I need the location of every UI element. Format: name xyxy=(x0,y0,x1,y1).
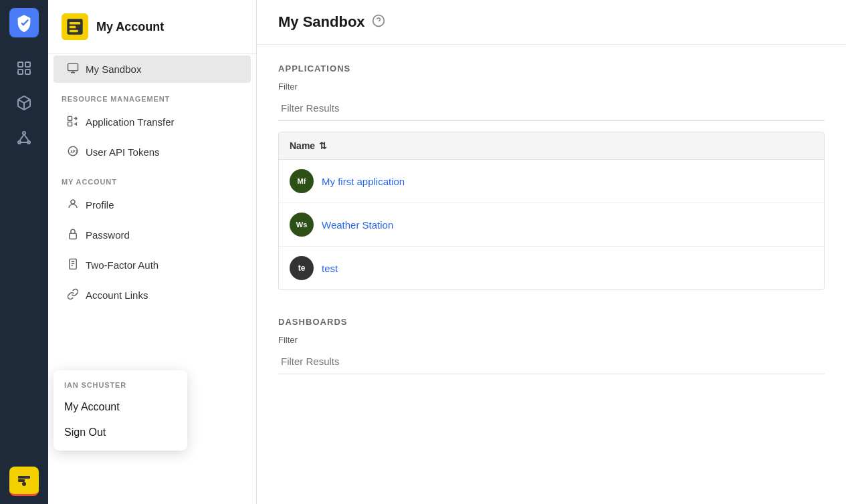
sandbox-icon xyxy=(67,62,79,76)
app-avatar-ws: Ws xyxy=(290,213,314,237)
avatar-text-te: te xyxy=(298,263,306,273)
app-name-test[interactable]: test xyxy=(322,263,338,274)
main-body: Applications Filter Name ⇅ Mf My first a… xyxy=(257,45,846,404)
two-factor-auth-label: Two-Factor Auth xyxy=(86,259,158,271)
dashboards-section-title: Dashboards xyxy=(278,317,825,327)
svg-rect-21 xyxy=(68,116,72,120)
svg-rect-2 xyxy=(18,70,23,74)
svg-rect-0 xyxy=(18,62,23,67)
password-label: Password xyxy=(86,229,130,241)
sort-icon[interactable]: ⇅ xyxy=(319,140,327,151)
application-transfer-label: Application Transfer xyxy=(86,116,175,128)
dashboards-filter-input[interactable] xyxy=(278,349,825,374)
name-column-header: Name xyxy=(290,140,315,151)
table-row[interactable]: te test xyxy=(279,247,824,289)
sidebar-header-title: My Account xyxy=(96,20,164,34)
svg-text:API: API xyxy=(70,149,78,154)
dashboard-rail-icon[interactable] xyxy=(9,53,39,83)
app-name-my-first[interactable]: My first application xyxy=(322,176,405,187)
help-icon[interactable] xyxy=(372,14,385,30)
logo-button[interactable] xyxy=(9,8,39,37)
rail-bottom xyxy=(9,467,39,496)
sidebar-header: My Account xyxy=(48,0,256,54)
user-dropdown: Ian Schuster My Account Sign Out xyxy=(54,370,187,451)
section-label-my-account: My Account xyxy=(48,167,256,190)
table-row[interactable]: Ws Weather Station xyxy=(279,203,824,247)
svg-rect-26 xyxy=(70,233,77,239)
sidebar-item-profile[interactable]: Profile xyxy=(54,191,251,219)
svg-rect-17 xyxy=(70,30,78,33)
dropdown-user-label: Ian Schuster xyxy=(54,376,187,394)
svg-point-13 xyxy=(22,482,26,486)
sidebar-item-password[interactable]: Password xyxy=(54,221,251,249)
lock-icon xyxy=(67,228,79,242)
section-label-resource-management: Resource Management xyxy=(48,84,256,107)
dashboards-filter-label: Filter xyxy=(278,335,825,345)
user-api-tokens-label: User API Tokens xyxy=(86,146,160,158)
dropdown-sign-out[interactable]: Sign Out xyxy=(54,420,187,445)
main-header: My Sandbox xyxy=(257,0,846,45)
transfer-icon xyxy=(67,115,79,129)
svg-rect-22 xyxy=(68,122,72,126)
box-rail-icon[interactable] xyxy=(9,88,39,118)
dropdown-my-account[interactable]: My Account xyxy=(54,394,187,420)
two-factor-icon xyxy=(67,258,79,272)
svg-rect-1 xyxy=(25,62,30,67)
svg-rect-15 xyxy=(70,22,80,25)
avatar-text-mf: Mf xyxy=(298,177,306,185)
sidebar-item-two-factor-auth[interactable]: Two-Factor Auth xyxy=(54,251,251,279)
svg-rect-16 xyxy=(70,26,76,29)
api-icon: API xyxy=(67,145,79,159)
svg-rect-12 xyxy=(18,479,25,482)
sidebar-item-application-transfer[interactable]: Application Transfer xyxy=(54,108,251,136)
applications-filter-input[interactable] xyxy=(278,96,825,121)
app-name-weather-station[interactable]: Weather Station xyxy=(322,219,393,231)
profile-label: Profile xyxy=(86,199,114,211)
svg-rect-11 xyxy=(18,476,30,479)
svg-line-9 xyxy=(24,134,29,141)
table-row[interactable]: Mf My first application xyxy=(279,160,824,203)
sidebar-item-account-links[interactable]: Account Links xyxy=(54,281,251,309)
link-icon xyxy=(67,288,79,302)
svg-rect-3 xyxy=(25,70,30,74)
svg-point-5 xyxy=(23,132,25,134)
user-rail-button[interactable] xyxy=(9,467,39,496)
svg-point-25 xyxy=(71,200,75,204)
account-links-label: Account Links xyxy=(86,289,148,301)
network-rail-icon[interactable] xyxy=(9,123,39,152)
svg-rect-18 xyxy=(68,64,78,71)
main-title: My Sandbox xyxy=(278,13,365,31)
account-avatar xyxy=(62,13,88,40)
svg-line-8 xyxy=(19,134,24,141)
sidebar-item-user-api-tokens[interactable]: API User API Tokens xyxy=(54,138,251,166)
applications-filter-label: Filter xyxy=(278,82,825,92)
app-avatar-te: te xyxy=(290,256,314,280)
profile-icon xyxy=(67,198,79,212)
app-avatar-mf: Mf xyxy=(290,169,314,193)
icon-rail xyxy=(0,0,48,504)
main-content: My Sandbox Applications Filter Name ⇅ Mf xyxy=(257,0,846,504)
avatar-text-ws: Ws xyxy=(296,221,308,229)
sandbox-label: My Sandbox xyxy=(86,64,141,75)
applications-section-title: Applications xyxy=(278,64,825,74)
sidebar: My Account My Sandbox Resource Managemen… xyxy=(48,0,257,504)
table-header-row: Name ⇅ xyxy=(279,132,824,160)
applications-table: Name ⇅ Mf My first application Ws Weathe… xyxy=(278,132,825,290)
sidebar-item-my-sandbox[interactable]: My Sandbox xyxy=(54,55,251,83)
